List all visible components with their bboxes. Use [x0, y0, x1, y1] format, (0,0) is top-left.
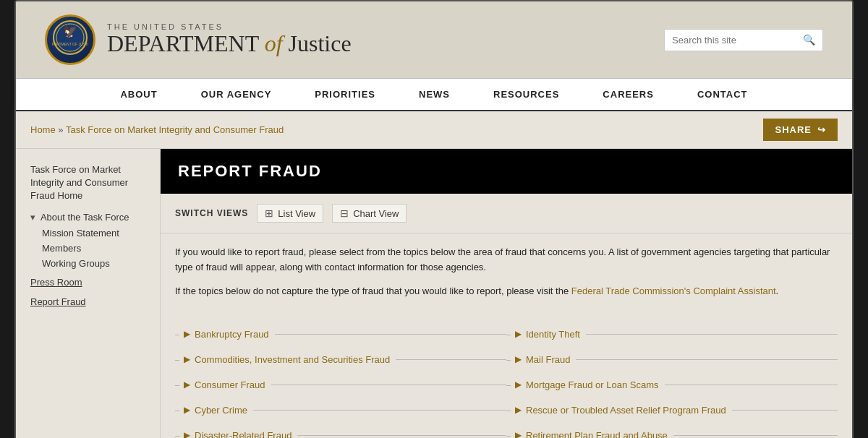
nav-careers[interactable]: CAREERS	[581, 79, 676, 110]
dash-icon: –	[175, 430, 179, 438]
breadcrumb-home[interactable]: Home	[30, 124, 56, 135]
description-area: If you would like to report fraud, pleas…	[161, 233, 852, 314]
sidebar-arrow-icon: ▾	[30, 212, 35, 223]
dept-part2: Justice	[289, 30, 352, 56]
share-icon: ↪	[817, 124, 826, 135]
list-item: – ▶ Retirement Plan Fraud and Abuse	[506, 423, 838, 438]
list-item: – ▶ Disaster-Related Fraud	[175, 423, 506, 438]
sidebar-item-mission[interactable]: Mission Statement	[42, 226, 153, 241]
dash-icon: –	[175, 405, 179, 416]
list-view-button[interactable]: ⊞ List View	[257, 204, 323, 223]
svg-text:DEPARTMENT OF JUSTICE: DEPARTMENT OF JUSTICE	[52, 42, 88, 46]
dash-icon: –	[506, 430, 511, 438]
dept-of: of	[265, 30, 289, 56]
nav-contact[interactable]: CONTACT	[676, 79, 770, 110]
fraud-link-consumer[interactable]: Consumer Fraud	[195, 379, 265, 390]
nav-resources[interactable]: RESOURCES	[472, 79, 581, 110]
svg-text:🦅: 🦅	[63, 25, 77, 38]
sidebar-about-section: ▾ About the Task Force	[30, 212, 153, 223]
list-item: – ▶ Commodities, Investment and Securiti…	[175, 347, 506, 372]
fraud-line	[297, 435, 506, 436]
arrow-icon: ▶	[515, 379, 522, 390]
fraud-link-mortgage[interactable]: Mortgage Fraud or Loan Scams	[526, 379, 659, 390]
nav-our-agency[interactable]: OUR AGENCY	[179, 79, 294, 110]
sidebar-press-room[interactable]: Press Room	[30, 272, 153, 292]
main-nav: ABOUT OUR AGENCY PRIORITIES NEWS RESOURC…	[16, 79, 852, 111]
fraud-link-bankruptcy[interactable]: Bankruptcy Fraud	[195, 329, 269, 340]
sidebar-about-label[interactable]: About the Task Force	[41, 212, 129, 223]
doj-seal: 🦅 DEPARTMENT OF JUSTICE	[45, 14, 95, 65]
fraud-line	[396, 359, 506, 360]
switch-views-label: SWITCH VIEWS	[175, 208, 248, 218]
arrow-icon: ▶	[515, 329, 522, 340]
main-content: REPORT FRAUD SWITCH VIEWS ⊞ List View ⊟ …	[161, 149, 852, 438]
fraud-line	[576, 359, 838, 360]
dash-icon: –	[175, 379, 179, 390]
fraud-link-disaster[interactable]: Disaster-Related Fraud	[195, 430, 292, 438]
dash-icon: –	[506, 379, 511, 390]
fraud-line	[665, 385, 838, 385]
dash-icon: –	[175, 354, 179, 365]
content-area: Task Force on Market Integrity and Consu…	[16, 149, 852, 438]
arrow-icon: ▶	[184, 354, 190, 365]
logo-text: THE UNITED STATES DEPARTMENT of Justice	[107, 22, 352, 56]
fraud-line	[253, 410, 506, 411]
browser-frame: 🦅 DEPARTMENT OF JUSTICE THE UNITED STATE…	[14, 0, 854, 438]
sidebar-item-members[interactable]: Members	[42, 241, 153, 256]
dash-icon: –	[506, 329, 511, 340]
search-area: 🔍	[664, 29, 823, 51]
nav-about[interactable]: ABOUT	[98, 79, 179, 110]
fraud-grid: – ▶ Bankruptcy Fraud – ▶ Commodities, In…	[175, 322, 838, 438]
dept-part1: DEPARTMENT	[107, 30, 259, 56]
dash-icon: –	[175, 329, 179, 340]
fraud-link-cyber[interactable]: Cyber Crime	[195, 405, 247, 416]
arrow-icon: ▶	[184, 405, 190, 416]
fraud-line	[673, 435, 838, 436]
description-p1: If you would like to report fraud, pleas…	[175, 245, 838, 275]
fraud-list: – ▶ Bankruptcy Fraud – ▶ Commodities, In…	[161, 314, 852, 438]
list-item: – ▶ Rescue or Troubled Asset Relief Prog…	[506, 398, 838, 423]
dash-icon: –	[506, 354, 511, 365]
list-view-label: List View	[278, 208, 315, 219]
arrow-icon: ▶	[515, 354, 522, 365]
fraud-link-rescue[interactable]: Rescue or Troubled Asset Relief Program …	[526, 405, 726, 416]
nav-priorities[interactable]: PRIORITIES	[293, 79, 397, 110]
chart-view-label: Chart View	[353, 208, 399, 219]
breadcrumb: Home » Task Force on Market Integrity an…	[30, 124, 284, 135]
sidebar-report-fraud[interactable]: Report Fraud	[30, 292, 153, 312]
fraud-right-col: – ▶ Identity Theft – ▶ Mail Fraud	[506, 322, 838, 438]
search-input[interactable]	[672, 35, 803, 46]
breadcrumb-bar: Home » Task Force on Market Integrity an…	[16, 111, 852, 149]
sidebar-item-working-groups[interactable]: Working Groups	[42, 256, 153, 271]
breadcrumb-current[interactable]: Task Force on Market Integrity and Consu…	[66, 124, 284, 135]
ftc-link[interactable]: Federal Trade Commission's Complaint Ass…	[571, 285, 776, 296]
views-bar: SWITCH VIEWS ⊞ List View ⊟ Chart View	[161, 194, 852, 233]
fraud-line	[732, 410, 838, 411]
dash-icon: –	[506, 405, 511, 416]
arrow-icon: ▶	[515, 430, 522, 438]
fraud-link-commodities[interactable]: Commodities, Investment and Securities F…	[195, 354, 390, 365]
share-button[interactable]: SHARE ↪	[763, 119, 838, 141]
description-p2: If the topics below do not capture the t…	[175, 284, 838, 299]
chart-view-button[interactable]: ⊟ Chart View	[332, 204, 407, 223]
arrow-icon: ▶	[184, 379, 190, 390]
sidebar-home-link[interactable]: Task Force on Market Integrity and Consu…	[30, 163, 153, 203]
search-icon[interactable]: 🔍	[803, 34, 815, 46]
fraud-link-mail[interactable]: Mail Fraud	[526, 354, 570, 365]
list-item: – ▶ Consumer Fraud	[175, 372, 506, 398]
sidebar: Task Force on Market Integrity and Consu…	[16, 149, 161, 438]
fraud-left-col: – ▶ Bankruptcy Fraud – ▶ Commodities, In…	[175, 322, 506, 438]
list-item: – ▶ Cyber Crime	[175, 398, 506, 423]
fraud-line	[586, 334, 838, 335]
fraud-link-identity[interactable]: Identity Theft	[526, 329, 580, 340]
seal-icon: 🦅 DEPARTMENT OF JUSTICE	[52, 20, 88, 61]
share-label: SHARE	[775, 124, 812, 135]
sidebar-sub-items: Mission Statement Members Working Groups	[30, 226, 153, 271]
chart-view-icon: ⊟	[340, 207, 349, 219]
fraud-link-retirement[interactable]: Retirement Plan Fraud and Abuse	[526, 430, 668, 438]
nav-news[interactable]: NEWS	[397, 79, 472, 110]
logo-area: 🦅 DEPARTMENT OF JUSTICE THE UNITED STATE…	[45, 14, 352, 65]
arrow-icon: ▶	[184, 430, 190, 438]
search-box[interactable]: 🔍	[664, 29, 823, 51]
fraud-line	[271, 385, 506, 385]
